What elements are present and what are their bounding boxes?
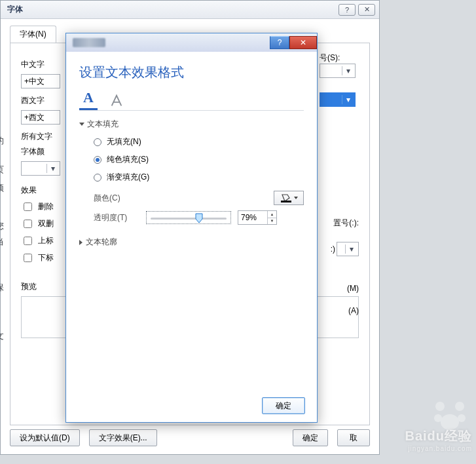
font-dialog-close-button[interactable]: ✕: [358, 4, 375, 16]
expander-text-fill[interactable]: 文本填充: [79, 119, 304, 130]
radio-selected-icon: [94, 156, 101, 164]
page-edge-text: 文: [0, 330, 4, 342]
label-number-colon: 置号(:):: [333, 218, 359, 227]
svg-point-1: [435, 402, 445, 411]
radio-no-fill[interactable]: 无填充(N): [94, 136, 304, 147]
fx-heading: 设置文本效果格式: [79, 64, 304, 81]
page-edge-text: 顶: [0, 182, 4, 194]
chevron-down-icon: ▾: [342, 66, 352, 75]
label-all-text: 所有文字: [21, 131, 52, 142]
label-font-color: 字体颜: [21, 146, 45, 157]
slider-thumb-icon[interactable]: [195, 213, 203, 223]
text-effects-dialog: ? ✕ 设置文本效果格式 A 文本填充 无填充(N) 纯: [65, 33, 318, 423]
chevron-down-icon: [294, 197, 298, 199]
transparency-slider[interactable]: [146, 211, 231, 224]
combo-size-2[interactable]: ▾: [320, 92, 356, 107]
fx-tab-text-outline[interactable]: [109, 94, 124, 110]
fill-bucket-icon: [280, 193, 292, 203]
label-size: 号(S):: [320, 52, 340, 64]
font-dialog-title: 字体: [7, 4, 23, 15]
font-dialog-titlebar: 字体 ? ✕: [1, 1, 379, 19]
fx-tab-text-fill[interactable]: A: [79, 89, 98, 110]
watermark: Baidu经验 jingyan.baidu.com: [405, 427, 472, 452]
page-edge-text: 您: [0, 220, 4, 232]
set-default-button[interactable]: 设为默认值(D): [10, 429, 80, 446]
spinner-down-icon[interactable]: ▼: [268, 218, 276, 225]
font-ok-button[interactable]: 确定: [293, 429, 328, 446]
label-m: (M): [347, 284, 359, 293]
chevron-down-icon: ▾: [345, 244, 356, 254]
label-effects: 效果: [21, 185, 37, 196]
caret-down-icon: [79, 123, 84, 126]
combo-western-font[interactable]: +西文: [21, 110, 60, 125]
chevron-down-icon: ▾: [342, 95, 352, 104]
combo-size-1[interactable]: ▾: [320, 64, 356, 78]
page-edge-text: 的: [0, 135, 4, 147]
fx-ok-button[interactable]: 确定: [262, 397, 305, 414]
label-chinese-font: 中文字: [21, 59, 45, 70]
font-dialog-help-button[interactable]: ?: [339, 4, 356, 16]
svg-point-3: [434, 414, 442, 422]
radio-solid-fill[interactable]: 纯色填充(S): [94, 154, 304, 165]
color-picker-button[interactable]: [274, 191, 304, 205]
label-color: 颜色(C): [94, 193, 139, 204]
combo-chinese-font[interactable]: +中文: [21, 74, 60, 88]
label-western-font: 西文字: [21, 95, 45, 106]
watermark-paw-icon: [430, 398, 469, 431]
page-edge-text: 保: [0, 282, 4, 294]
page-edge-text: 当: [0, 236, 4, 248]
combo-font-color[interactable]: ▾: [21, 161, 60, 176]
fx-dialog-titlebar: ? ✕: [66, 33, 317, 52]
expander-text-outline[interactable]: 文本轮廓: [79, 237, 304, 248]
page-edge-text: 页: [0, 164, 4, 176]
radio-icon: [94, 174, 101, 182]
label-transparency: 透明度(T): [94, 212, 139, 223]
svg-point-2: [455, 402, 464, 411]
svg-point-5: [441, 414, 459, 430]
transparency-spinner[interactable]: 79% ▲ ▼: [238, 210, 277, 225]
fx-close-button[interactable]: ✕: [289, 36, 317, 49]
svg-point-4: [458, 414, 466, 422]
spinner-up-icon[interactable]: ▲: [268, 211, 276, 218]
caret-right-icon: [79, 240, 82, 245]
radio-gradient-fill[interactable]: 渐变填充(G): [94, 172, 304, 183]
fx-dialog-title-blurred: [73, 38, 105, 47]
combo-right[interactable]: ▾: [337, 242, 359, 256]
svg-rect-0: [281, 201, 291, 203]
chevron-down-icon: ▾: [46, 164, 57, 173]
font-cancel-button[interactable]: 取: [337, 429, 370, 446]
outline-a-icon: [109, 94, 124, 108]
label-right-combo: :): [331, 244, 335, 254]
fx-help-button[interactable]: ?: [270, 36, 289, 49]
label-a: (A): [348, 306, 359, 315]
label-preview: 预览: [21, 281, 37, 292]
tab-font[interactable]: 字体(N): [10, 26, 56, 43]
text-effects-button[interactable]: 文字效果(E)...: [89, 429, 157, 446]
radio-icon: [94, 138, 101, 146]
